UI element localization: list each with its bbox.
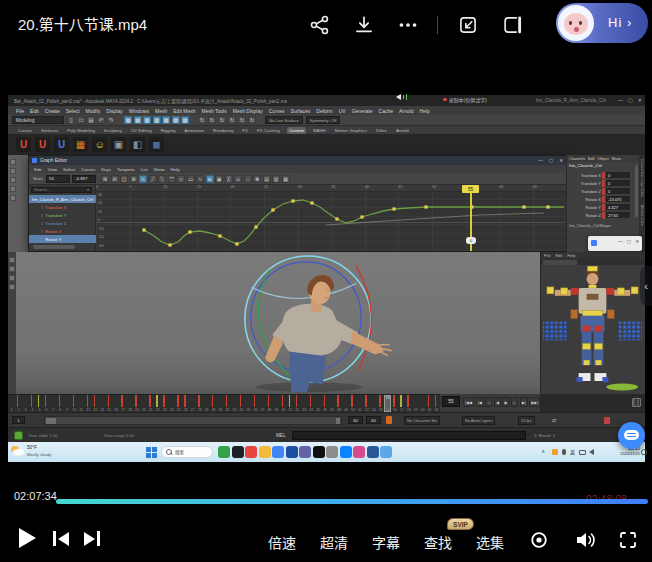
download-icon[interactable] — [352, 13, 376, 37]
share-icon[interactable] — [308, 13, 332, 37]
channel-row: Rotate X -13.075 — [567, 195, 637, 203]
weather-temp: 50°F — [27, 445, 37, 450]
menu-item: File — [544, 253, 550, 258]
avatar — [558, 5, 594, 41]
graph-tool-icon: ▣ — [215, 175, 223, 183]
stats-field: -4.887 — [72, 175, 96, 183]
subtitle-button[interactable]: 字幕 — [372, 532, 400, 552]
keyframe-tick — [163, 395, 164, 407]
maya-title-selection: hm_Clavicle_R_Arm_Clavicle_Ctrl — [536, 98, 606, 103]
keyframe-tick — [296, 395, 297, 407]
keyframe-tick — [149, 395, 150, 407]
rotate-tool-icon: ↻ — [218, 116, 226, 124]
taskbar-app-icon — [259, 446, 271, 458]
keyframe-tick — [282, 395, 283, 407]
shelf-tab: Curves — [16, 127, 34, 134]
ime-indicator: 英 — [570, 448, 575, 455]
transport-button: ▶▶| — [529, 397, 540, 407]
find-button[interactable]: 查找 — [424, 532, 452, 552]
snap-tool-icon: ▩ — [162, 116, 170, 124]
progress-bar[interactable] — [56, 499, 648, 504]
keyframe-tick — [121, 395, 122, 407]
feedback-chat-button[interactable] — [618, 422, 645, 449]
channel-item: ≡ Translate Z — [29, 219, 96, 227]
more-icon[interactable] — [396, 13, 420, 37]
taskbar-app-icon — [286, 446, 298, 458]
menu-item: Select — [66, 108, 80, 114]
mini-window-icon[interactable] — [500, 13, 524, 37]
keyframe-tick — [310, 395, 311, 407]
speaker-indicator — [396, 94, 407, 100]
keyframe-ticks: 55 — [8, 395, 440, 408]
play-button[interactable] — [19, 528, 36, 548]
x-tick-label: 50 — [432, 185, 466, 191]
mode-dropdown: Modeling — [12, 116, 64, 124]
x-tick-label: 5 — [130, 185, 164, 191]
file-tool-icon: ▯ — [67, 116, 75, 124]
taskbar-app-icon — [326, 446, 338, 458]
command-line-row: Time slider 1:00 View range 5:00 MEL 2: … — [8, 427, 645, 442]
next-episode-button[interactable] — [84, 531, 100, 546]
channel-item: ≡ Rotate Y — [29, 235, 96, 243]
svip-badge[interactable]: SVIP — [447, 518, 474, 530]
speed-button[interactable]: 倍速 — [268, 532, 296, 552]
channel-label: Translate X — [45, 205, 66, 210]
shelf-tab: UV Editing — [129, 127, 154, 134]
character-set-dropdown: No Character Set — [404, 416, 440, 425]
menu-item: Keys — [101, 167, 111, 172]
taskbar-app-icon — [353, 446, 365, 458]
keyframe-tick — [365, 395, 366, 407]
anim-layer-dropdown: No Anim Layers — [462, 416, 495, 425]
x-tick-label: 20 — [230, 185, 264, 191]
previous-episode-button[interactable] — [53, 531, 69, 546]
window-button: — — [618, 239, 623, 244]
episodes-button[interactable]: 选集 — [476, 532, 504, 552]
menu-item: Edit — [555, 253, 562, 258]
shelf-icon: U — [54, 137, 69, 152]
keyframe-tick — [73, 395, 74, 407]
range-slider — [44, 416, 342, 425]
hi-label: Hi › — [608, 15, 632, 30]
timeline-right-panel — [540, 394, 645, 412]
transport-button: |◀ — [476, 397, 484, 407]
x-tick-label: 10 — [163, 185, 197, 191]
taskbar-app-icon — [380, 446, 392, 458]
channel-icon: ≡ — [41, 237, 43, 242]
menu-item: Edit Mesh — [173, 108, 195, 114]
channel-row: Rotate Y 4.327 — [567, 203, 637, 211]
channel-value: 0 — [606, 188, 630, 195]
outliner-scrollbar — [33, 245, 75, 249]
account-pill[interactable]: Hi › — [556, 3, 648, 43]
volume-icon[interactable] — [573, 529, 595, 551]
keyframe-tick — [324, 395, 325, 407]
fullscreen-icon[interactable] — [617, 529, 639, 551]
stats-field: 55 — [46, 175, 70, 183]
transport-button: ▶| — [520, 397, 528, 407]
rotate-tool-icon: ↻ — [208, 116, 216, 124]
menu-item: File — [16, 108, 24, 114]
graph-search-field: Search... ▾ — [31, 187, 92, 194]
screenshot-icon[interactable] — [456, 13, 480, 37]
taskbar-apps — [218, 446, 392, 458]
quality-button[interactable]: 超清 — [320, 532, 348, 552]
file-tool-icon: ▤ — [87, 116, 95, 124]
set-key-icon — [386, 416, 392, 424]
keyframe-tick — [135, 395, 136, 407]
mini-dialog-window: —▢✕ — [588, 236, 642, 251]
loop-icon: ⇄ — [552, 417, 556, 423]
channel-row: Translate X 0 — [567, 171, 637, 179]
animation-curve — [96, 192, 567, 251]
channel-item: ≡ Rotate X — [29, 227, 96, 235]
video-frame[interactable]: Bat_Attack_02_Polish_part2.ma* - Autodes… — [0, 50, 652, 487]
record-ring-icon[interactable] — [528, 529, 550, 551]
maya-menubar: FileEditCreateSelectModifyDisplayWindows… — [8, 106, 645, 115]
shelf-icon: ▦ — [73, 137, 88, 152]
menu-item: Help — [567, 253, 575, 258]
graph-tool-icon: ⊟ — [111, 175, 119, 183]
channel-label: Translate Y — [45, 213, 66, 218]
transport-button: ▶ — [502, 397, 509, 407]
graph-editor-window-buttons: —▢✕ — [538, 158, 563, 163]
episode-drawer-handle[interactable]: ‹ — [640, 266, 652, 306]
keyframe-tick — [45, 395, 46, 407]
menu-item: UV — [339, 108, 346, 114]
